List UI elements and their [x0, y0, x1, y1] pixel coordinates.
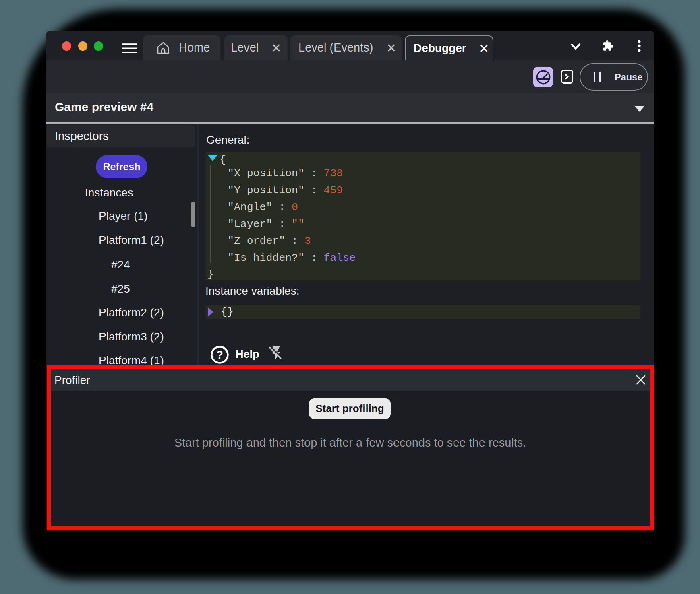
svg-text:?: ? — [216, 349, 223, 361]
